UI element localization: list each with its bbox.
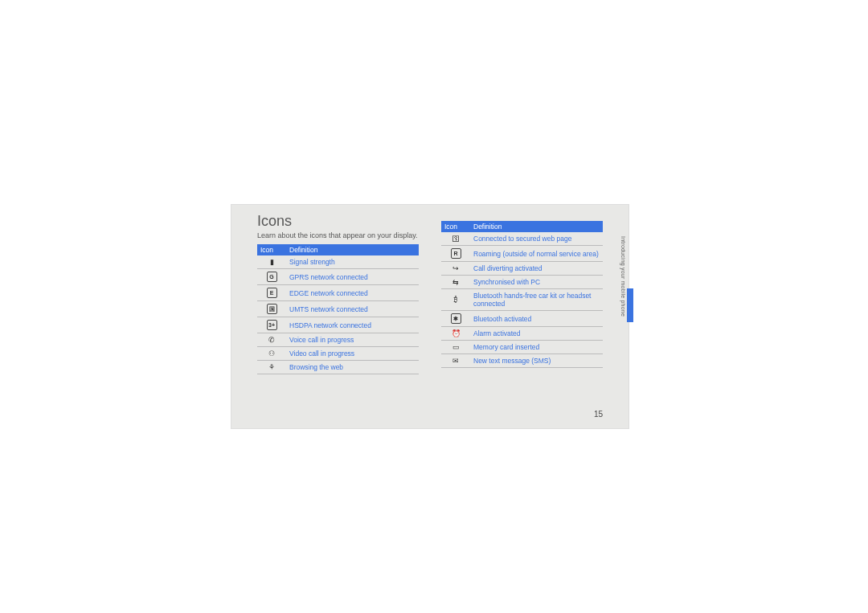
table-row: RRoaming (outside of normal service area… bbox=[441, 246, 603, 262]
umts-icon: 国 bbox=[257, 301, 286, 317]
definition-cell: Memory card inserted bbox=[470, 341, 603, 354]
table-row: ⇆Synchronised with PC bbox=[441, 276, 603, 289]
roaming-icon: R bbox=[441, 246, 470, 262]
icon-table-right: Icon Definition ⚿Connected to secured we… bbox=[441, 221, 603, 368]
col-header-definition: Definition bbox=[286, 244, 419, 255]
secure-web-icon: ⚿ bbox=[441, 232, 470, 246]
table-row: 3+HSDPA network connected bbox=[257, 317, 419, 333]
definition-cell: Browsing the web bbox=[286, 361, 419, 374]
bt-active-icon: ✱ bbox=[441, 311, 470, 327]
page-content: Icons Learn about the icons that appear … bbox=[257, 213, 603, 374]
col-header-icon: Icon bbox=[257, 244, 286, 255]
table-row: ⚇Video call in progress bbox=[257, 347, 419, 361]
edge-icon: E bbox=[257, 285, 286, 301]
page-number: 15 bbox=[594, 410, 603, 419]
chapter-label: Introducing your mobile phone bbox=[621, 236, 627, 317]
definition-cell: Connected to secured web page bbox=[470, 232, 603, 246]
definition-cell: Bluetooth hands-free car kit or headset … bbox=[470, 289, 603, 311]
left-column: Icons Learn about the icons that appear … bbox=[257, 213, 419, 374]
hsdpa-icon: 3+ bbox=[257, 317, 286, 333]
section-subtitle: Learn about the icons that appear on you… bbox=[257, 231, 419, 239]
definition-cell: Alarm activated bbox=[470, 327, 603, 341]
voice-call-icon: ✆ bbox=[257, 333, 286, 347]
table-row: ↪Call diverting activated bbox=[441, 262, 603, 276]
table-row: ⏰Alarm activated bbox=[441, 327, 603, 341]
definition-cell: Signal strength bbox=[286, 255, 419, 269]
call-divert-icon: ↪ bbox=[441, 262, 470, 276]
video-call-icon: ⚇ bbox=[257, 347, 286, 361]
definition-cell: GPRS network connected bbox=[286, 269, 419, 285]
table-row: ▭Memory card inserted bbox=[441, 341, 603, 354]
definition-cell: UMTS network connected bbox=[286, 301, 419, 317]
section-title: Icons bbox=[257, 213, 419, 230]
web-browse-icon: ⚘ bbox=[257, 361, 286, 374]
table-row: ▮Signal strength bbox=[257, 255, 419, 269]
definition-cell: Call diverting activated bbox=[470, 262, 603, 276]
definition-cell: Video call in progress bbox=[286, 347, 419, 361]
signal-strength-icon: ▮ bbox=[257, 255, 286, 269]
table-row: ⚘Browsing the web bbox=[257, 361, 419, 374]
right-column: Icon Definition ⚿Connected to secured we… bbox=[441, 213, 603, 374]
table-row: GGPRS network connected bbox=[257, 269, 419, 285]
table-row: ✆Voice call in progress bbox=[257, 333, 419, 347]
definition-cell: Voice call in progress bbox=[286, 333, 419, 347]
table-row: ✉New text message (SMS) bbox=[441, 354, 603, 368]
memory-card-icon: ▭ bbox=[441, 341, 470, 354]
manual-page: Introducing your mobile phone Icons Lear… bbox=[231, 205, 628, 428]
table-row: EEDGE network connected bbox=[257, 285, 419, 301]
alarm-icon: ⏰ bbox=[441, 327, 470, 341]
definition-cell: New text message (SMS) bbox=[470, 354, 603, 368]
definition-cell: Bluetooth activated bbox=[470, 311, 603, 327]
sms-icon: ✉ bbox=[441, 354, 470, 368]
sync-pc-icon: ⇆ bbox=[441, 276, 470, 289]
definition-cell: Synchronised with PC bbox=[470, 276, 603, 289]
col-header-definition: Definition bbox=[470, 221, 603, 232]
table-row: ⚿Connected to secured web page bbox=[441, 232, 603, 246]
icon-table-left: Icon Definition ▮Signal strengthGGPRS ne… bbox=[257, 244, 419, 374]
definition-cell: HSDPA network connected bbox=[286, 317, 419, 333]
definition-cell: Roaming (outside of normal service area) bbox=[470, 246, 603, 262]
table-row: ✱Bluetooth activated bbox=[441, 311, 603, 327]
table-row: 国UMTS network connected bbox=[257, 301, 419, 317]
col-header-icon: Icon bbox=[441, 221, 470, 232]
table-row: ₿Bluetooth hands-free car kit or headset… bbox=[441, 289, 603, 311]
bt-handsfree-icon: ₿ bbox=[441, 289, 470, 311]
gprs-icon: G bbox=[257, 269, 286, 285]
definition-cell: EDGE network connected bbox=[286, 285, 419, 301]
chapter-tab bbox=[627, 288, 633, 322]
